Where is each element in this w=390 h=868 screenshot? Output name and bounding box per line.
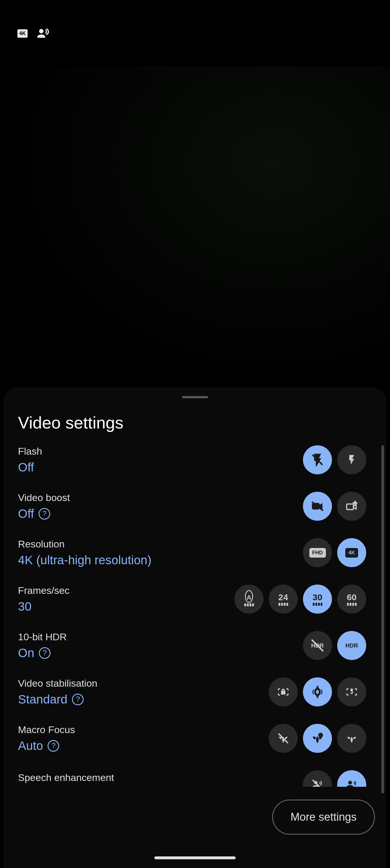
setting-hdr-row: 10-bit HDR On ? HDR HDR <box>3 625 381 672</box>
speech-off-button[interactable] <box>303 770 332 787</box>
stabilisation-locked-button[interactable] <box>269 677 298 706</box>
setting-flash-row: Flash Off <box>3 439 381 486</box>
svg-point-0 <box>39 29 43 33</box>
stabilisation-active-button[interactable] <box>337 677 366 706</box>
resolution-fhd-button[interactable]: FHD <box>303 538 332 567</box>
setting-stabilisation-row: Video stabilisation Standard ? <box>3 672 381 718</box>
help-icon[interactable]: ? <box>72 694 84 705</box>
video-boost-on-button[interactable] <box>337 492 366 521</box>
setting-resolution-row: Resolution 4K (ultra-high resolution) FH… <box>3 532 381 579</box>
setting-speech-row: Speech enhancement <box>3 765 381 785</box>
svg-rect-6 <box>282 691 285 694</box>
stabilisation-value: Standard <box>18 692 67 706</box>
flash-off-button[interactable] <box>303 445 332 474</box>
sheet-title: Video settings <box>3 413 387 444</box>
video-settings-sheet: Video settings Flash Off <box>3 387 387 868</box>
flash-label: Flash <box>18 445 42 457</box>
svg-rect-4 <box>347 504 354 509</box>
navigation-bar-handle[interactable] <box>154 857 236 859</box>
flash-on-button[interactable] <box>337 445 366 474</box>
drag-handle[interactable] <box>182 396 208 398</box>
scrollbar[interactable] <box>381 445 384 794</box>
more-settings-button[interactable]: More settings <box>272 800 375 835</box>
setting-macro-row: Macro Focus Auto ? <box>3 718 381 765</box>
flash-value: Off <box>18 460 42 474</box>
setting-video-boost-row: Video boost Off ? <box>3 486 381 532</box>
resolution-4k-button[interactable]: 4K <box>337 538 366 567</box>
speech-on-button[interactable] <box>337 770 366 787</box>
fps-30-button[interactable]: 30 <box>303 585 332 614</box>
settings-list[interactable]: Flash Off Video b <box>3 439 381 787</box>
resolution-label: Resolution <box>18 538 151 550</box>
fps-value: 30 <box>18 600 70 614</box>
video-boost-value: Off <box>18 507 34 521</box>
hdr-value: On <box>18 646 34 660</box>
hdr-off-button[interactable]: HDR <box>303 631 332 660</box>
stabilisation-standard-button[interactable] <box>303 677 332 706</box>
macro-label: Macro Focus <box>18 724 75 736</box>
svg-text:A: A <box>320 734 322 738</box>
help-icon[interactable]: ? <box>39 647 51 659</box>
resolution-4k-badge-icon: 4K <box>18 29 28 38</box>
speech-label: Speech enhancement <box>18 772 114 783</box>
macro-auto-button[interactable]: A <box>303 724 332 753</box>
macro-value: Auto <box>18 739 43 753</box>
help-icon[interactable]: ? <box>48 740 59 752</box>
fps-60-button[interactable]: 60 <box>337 585 366 614</box>
speech-enhancement-status-icon <box>36 27 50 40</box>
video-boost-off-button[interactable] <box>303 492 332 521</box>
macro-on-button[interactable] <box>337 724 366 753</box>
svg-point-13 <box>349 781 352 784</box>
fps-auto-button[interactable]: A <box>235 585 264 614</box>
help-icon[interactable]: ? <box>38 508 50 520</box>
hdr-label: 10-bit HDR <box>18 631 67 643</box>
video-boost-label: Video boost <box>18 492 70 503</box>
svg-point-7 <box>351 689 353 691</box>
camera-viewfinder <box>0 67 390 386</box>
resolution-value: 4K (ultra-high resolution) <box>18 553 151 567</box>
stabilisation-label: Video stabilisation <box>18 678 97 689</box>
setting-fps-row: Frames/sec 30 A 24 30 <box>3 579 381 625</box>
fps-label: Frames/sec <box>18 585 70 596</box>
hdr-on-button[interactable]: HDR <box>337 631 366 660</box>
macro-off-button[interactable] <box>269 724 298 753</box>
svg-line-5 <box>312 640 323 651</box>
fps-24-button[interactable]: 24 <box>269 585 298 614</box>
status-bar: 4K <box>0 0 390 67</box>
